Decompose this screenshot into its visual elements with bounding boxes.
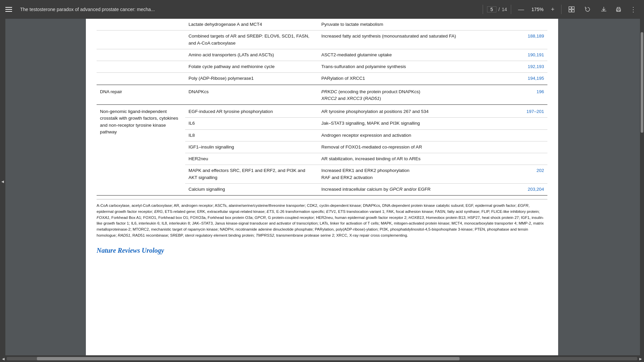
data-table: Lactate dehydrogenase A and MCT4 Pyruvat…: [97, 19, 547, 196]
table-row: Folate cycle pathway and methionine cycl…: [97, 61, 547, 73]
cell-target: Poly (ADP-Ribose) polymerase1: [185, 73, 318, 85]
footnote: A-CoA carboxylase, acetyl-CoA carboxylas…: [97, 199, 547, 239]
table-row: Combined targets of AR and SREBP: ELOV6,…: [97, 31, 547, 49]
svg-rect-3: [572, 10, 574, 12]
ref-link[interactable]: 196: [536, 89, 544, 94]
scroll-right-arrow[interactable]: ▶: [639, 357, 643, 361]
cell-target: DNAPKcs: [185, 85, 318, 105]
italic-text: ERG: [154, 209, 163, 214]
cell-target: Calcium signalling: [185, 183, 318, 195]
cell-target: Lactate dehydrogenase A and MCT4: [185, 19, 318, 31]
cell-target: IL6: [185, 118, 318, 129]
cell-ref: [511, 129, 547, 141]
ref-link[interactable]: 194,195: [528, 76, 544, 81]
cell-target: Folate cycle pathway and methionine cycl…: [185, 61, 318, 73]
cell-ref: [511, 19, 547, 31]
scroll-left[interactable]: ◀: [0, 19, 5, 355]
zoom-out-button[interactable]: —: [515, 5, 527, 14]
table-row: Amino acid transporters (LATs and ASCTs)…: [97, 49, 547, 61]
cell-category: [97, 49, 185, 61]
page-info: / 14: [487, 6, 507, 12]
italic-text: PRKDC: [321, 89, 337, 94]
cell-target: MAPK and effectors SRC, ERF1 and ERF2, a…: [185, 165, 318, 184]
ref-link[interactable]: 197–201: [526, 109, 544, 114]
cell-effect: PRKDC (encoding the protein product DNAP…: [318, 85, 511, 105]
cell-category: [97, 31, 185, 49]
download-button[interactable]: [598, 5, 610, 14]
svg-rect-0: [569, 7, 571, 9]
cell-category: [97, 73, 185, 85]
cell-ref: 197–201: [511, 105, 547, 118]
ref-link[interactable]: 192,193: [528, 64, 544, 69]
scroll-thumb[interactable]: [37, 357, 460, 360]
scrollbar-right[interactable]: [640, 19, 644, 355]
cell-ref: [511, 141, 547, 153]
italic-text: GPCR: [389, 187, 402, 192]
cell-target: EGF-induced AR tyrosine phosphorylation: [185, 105, 318, 118]
cell-category: [97, 19, 185, 31]
separator-3: [561, 5, 561, 14]
italic-text: ETS: [267, 209, 274, 214]
menu-icon[interactable]: [4, 6, 13, 13]
fit-page-button[interactable]: [566, 5, 578, 14]
scroll-left-arrow[interactable]: ◀: [1, 357, 5, 361]
cell-effect: Increased ERK1 and ERK2 phosphorylation …: [318, 165, 511, 184]
italic-text: RAD51: [365, 96, 380, 101]
more-options-button[interactable]: ⋮: [627, 4, 640, 15]
cell-ref: 188,189: [511, 31, 547, 49]
cell-ref: 203,204: [511, 183, 547, 195]
italic-text: ETV1: [326, 209, 336, 214]
cell-ref: 196: [511, 85, 547, 105]
cell-ref: [511, 118, 547, 129]
page-document: Lactate dehydrogenase A and MCT4 Pyruvat…: [86, 19, 558, 355]
table-row-nongenomic: Non-genomic ligand-independent crosstalk…: [97, 105, 547, 118]
cell-ref: 192,193: [511, 61, 547, 73]
rotate-button[interactable]: [582, 5, 594, 14]
journal-title: Nature Reviews Urology: [97, 247, 547, 254]
svg-rect-5: [617, 10, 620, 11]
print-button[interactable]: [612, 5, 625, 14]
cell-target: Combined targets of AR and SREBP: ELOV6,…: [185, 31, 318, 49]
italic-text: HOXB13: [409, 216, 424, 220]
scroll-track[interactable]: [7, 357, 637, 360]
page-separator: /: [498, 7, 500, 12]
italic-text: GPCR: [255, 216, 266, 220]
cell-target: IL8: [185, 129, 318, 141]
separator-2: [511, 5, 511, 14]
italic-text: XRCC2: [321, 96, 337, 101]
table-row: Lactate dehydrogenase A and MCT4 Pyruvat…: [97, 19, 547, 31]
content-area: ◀ Lactate dehydrogenase A and MCT4 Pyruv…: [0, 19, 644, 355]
svg-rect-2: [569, 10, 571, 12]
ref-link[interactable]: 202: [536, 168, 544, 173]
italic-text: TMPRSS2: [256, 233, 274, 237]
ref-link[interactable]: 190,191: [528, 52, 544, 57]
page-total: 14: [502, 7, 507, 12]
italic-text: FOXA1: [97, 216, 109, 220]
cell-target: IGF1–insulin signalling: [185, 141, 318, 153]
cell-effect: Increased intracellular calcium by GPCR …: [318, 183, 511, 195]
ref-link[interactable]: 203,204: [528, 187, 544, 192]
cell-target: Amino acid transporters (LATs and ASCTs): [185, 49, 318, 61]
cell-effect: Pyruvate to lactate metabolism: [318, 19, 511, 31]
zoom-level: 175%: [531, 7, 544, 12]
italic-text: XRCC3: [347, 96, 362, 101]
cell-ref: 190,191: [511, 49, 547, 61]
page-number-input[interactable]: [487, 6, 496, 12]
svg-rect-1: [572, 7, 574, 9]
cell-ref: 194,195: [511, 73, 547, 85]
cell-category-nongenomic: Non-genomic ligand-independent crosstalk…: [97, 105, 185, 195]
cell-effect: Increased fatty acid synthesis (monounsa…: [318, 31, 511, 49]
scrollbar-thumb[interactable]: [641, 32, 643, 133]
cell-ref: [511, 153, 547, 165]
cell-category: DNA repair: [97, 85, 185, 105]
italic-text: RAD51: [118, 233, 130, 237]
bottom-scrollbar: ◀ ▶: [0, 355, 644, 362]
ref-link[interactable]: 188,189: [528, 34, 544, 39]
cell-effect: Trans-sulfuration and polyamine synthesi…: [318, 61, 511, 73]
cell-effect: Androgen receptor expression and activat…: [318, 129, 511, 141]
toolbar: The testosterone paradox of advanced pro…: [0, 0, 644, 19]
cell-effect: ASCT2-mediated glutamine uptake: [318, 49, 511, 61]
cell-effect: AR tyrosine phosphorylation at positions…: [318, 105, 511, 118]
document-title: The testosterone paradox of advanced pro…: [20, 7, 479, 12]
zoom-in-button[interactable]: +: [548, 5, 557, 14]
